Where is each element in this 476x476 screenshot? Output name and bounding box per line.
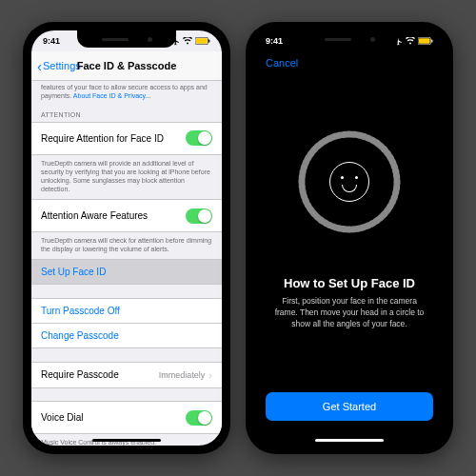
phone-faceid-setup: 9:41 Cancel How to Set Up F [246, 22, 453, 454]
home-indicator[interactable] [92, 439, 161, 442]
row-require-label: Require Attention for Face ID [41, 133, 164, 144]
row-require-attention[interactable]: Require Attention for Face ID [31, 122, 222, 155]
row-change-label: Change Passcode [41, 330, 119, 341]
row-requirepass-label: Require Passcode [41, 369, 119, 380]
svg-rect-2 [208, 39, 209, 42]
home-indicator[interactable] [315, 439, 384, 442]
row-requirepass-value: Immediately [159, 370, 206, 380]
status-indicators [394, 37, 433, 46]
face-eye-right [355, 176, 358, 179]
row-setup-faceid[interactable]: Set Up Face ID [31, 259, 222, 285]
svg-rect-4 [419, 38, 430, 44]
status-indicators [171, 37, 210, 46]
battery-icon [418, 37, 433, 45]
battery-icon [195, 37, 210, 45]
notch [300, 30, 399, 48]
face-eye-left [341, 176, 344, 179]
require-footer: TrueDepth camera will provide an additio… [31, 155, 222, 195]
settings-content[interactable]: features of your face to allow secure ac… [31, 80, 222, 446]
toggle-require-attention[interactable] [186, 130, 212, 146]
status-time: 9:41 [43, 36, 60, 46]
row-turnoff-label: Turn Passcode Off [41, 306, 120, 316]
screen-faceid: 9:41 Cancel How to Set Up F [254, 30, 445, 446]
aware-footer: TrueDepth camera will check for attentio… [31, 232, 222, 255]
notch [77, 30, 176, 48]
phone-settings: 9:41 ‹ Settings Face ID & Passcode featu… [23, 22, 230, 454]
row-aware-label: Attention Aware Features [41, 210, 148, 221]
get-started-label: Get Started [323, 401, 376, 412]
privacy-link[interactable]: About Face ID & Privacy... [73, 92, 151, 99]
svg-rect-1 [196, 38, 208, 44]
face-smile [342, 185, 357, 192]
wifi-icon [406, 37, 415, 45]
row-setup-label: Set Up Face ID [41, 267, 106, 277]
chevron-left-icon: ‹ [37, 58, 42, 74]
row-turn-passcode-off[interactable]: Turn Passcode Off [31, 298, 222, 324]
face-icon [329, 162, 369, 202]
toggle-voice-dial[interactable] [186, 410, 212, 426]
row-voice-label: Voice Dial [41, 412, 83, 423]
row-voice-dial[interactable]: Voice Dial [31, 401, 222, 434]
toggle-attention-aware[interactable] [186, 208, 212, 224]
svg-rect-5 [431, 39, 432, 42]
nav-bar: ‹ Settings Face ID & Passcode [31, 51, 222, 81]
howto-body: First, position your face in the camera … [271, 296, 427, 330]
status-time: 9:41 [266, 36, 283, 46]
chevron-right-icon: › [208, 369, 212, 381]
nav-back-label: Settings [43, 60, 81, 71]
screen-settings: 9:41 ‹ Settings Face ID & Passcode featu… [31, 30, 222, 446]
get-started-button[interactable]: Get Started [266, 392, 433, 421]
wifi-icon [183, 37, 192, 45]
intro-text: features of your face to allow secure ac… [31, 80, 222, 100]
howto-title: How to Set Up Face ID [271, 276, 427, 290]
row-require-passcode[interactable]: Require Passcode Immediately › [31, 362, 222, 388]
howto-text: How to Set Up Face ID First, position yo… [254, 276, 445, 330]
row-attention-aware[interactable]: Attention Aware Features [31, 199, 222, 232]
attention-header: ATTENTION [31, 100, 222, 122]
row-change-passcode[interactable]: Change Passcode [31, 323, 222, 348]
cancel-button[interactable]: Cancel [266, 57, 298, 69]
faceid-graphic [297, 129, 402, 234]
nav-back-button[interactable]: ‹ Settings [37, 58, 81, 74]
